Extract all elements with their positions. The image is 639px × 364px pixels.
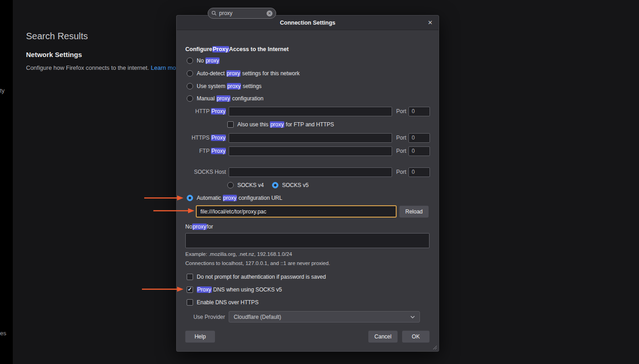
settings-search-box[interactable]: ✕ — [208, 8, 276, 19]
network-settings-title: Network Settings — [26, 51, 82, 58]
radio-icon[interactable] — [272, 182, 278, 188]
checkbox-icon[interactable] — [187, 299, 193, 306]
dns-over-https-checkbox-row[interactable]: Enable DNS over HTTPS — [187, 298, 258, 307]
search-results-title: Search Results — [26, 31, 88, 42]
checkbox-label: Also use this proxy for FTP and HTTPS — [237, 121, 334, 128]
https-port-input[interactable] — [409, 133, 430, 143]
checkbox-label: Do not prompt for authentication if pass… — [197, 274, 326, 280]
help-button[interactable]: Help — [185, 331, 215, 343]
ftp-port-input[interactable] — [409, 146, 430, 156]
radio-icon[interactable] — [187, 83, 193, 89]
radio-icon[interactable] — [187, 70, 193, 77]
port-label: Port — [396, 108, 406, 114]
search-highlight: proxy — [270, 121, 284, 128]
socks-host-input[interactable] — [229, 167, 392, 177]
use-provider-label: Use Provider — [185, 314, 225, 320]
also-use-proxy-checkbox-row[interactable]: Also use this proxy for FTP and HTTPS — [227, 120, 334, 129]
sidebar-fragment-bottom: es — [0, 330, 6, 337]
socks-port-input[interactable] — [409, 167, 430, 177]
port-label: Port — [396, 148, 406, 154]
dns-provider-value: Cloudflare (Default) — [234, 314, 281, 320]
cancel-button[interactable]: Cancel — [368, 331, 398, 343]
dialog-content: Configure Proxy Access to the Internet N… — [177, 16, 439, 351]
proxy-dns-socks5-checkbox-row[interactable]: Proxy DNS when using SOCKS v5 — [187, 285, 282, 294]
example-text: Example: .mozilla.org, .net.nz, 192.168.… — [185, 251, 292, 257]
radio-label: Manual proxy configuration — [197, 95, 263, 102]
checkbox-label: Enable DNS over HTTPS — [197, 299, 258, 306]
ftp-proxy-row: FTP Proxy Port — [185, 146, 430, 156]
proxy-autoconfig-url-input[interactable] — [196, 205, 397, 218]
http-proxy-input[interactable] — [229, 107, 392, 116]
socks-v4-label: SOCKS v4 — [237, 182, 264, 188]
socks-host-label: SOCKS Host — [185, 169, 226, 175]
search-input[interactable] — [219, 10, 264, 16]
https-proxy-input[interactable] — [229, 133, 392, 143]
dialog-heading: Configure Proxy Access to the Internet — [185, 45, 288, 54]
https-proxy-label: HTTPS Proxy — [185, 135, 226, 141]
radio-label: Use system proxy settings — [197, 83, 262, 89]
search-highlight: Proxy — [197, 286, 212, 293]
radio-icon[interactable] — [187, 195, 193, 201]
radio-label: Automatic proxy configuration URL — [197, 195, 282, 201]
no-proxy-for-textarea[interactable] — [185, 233, 429, 248]
search-highlight: proxy — [192, 224, 206, 230]
socks-host-row: SOCKS Host Port — [185, 167, 430, 177]
search-highlight: proxy — [205, 57, 220, 64]
http-proxy-label: HTTP Proxy — [185, 108, 226, 114]
http-proxy-row: HTTP Proxy Port — [185, 107, 430, 116]
radio-icon[interactable] — [227, 182, 234, 188]
connection-settings-dialog: Connection Settings ✕ Configure Proxy Ac… — [176, 15, 439, 352]
http-port-input[interactable] — [409, 107, 430, 116]
search-icon — [211, 10, 217, 16]
search-highlight: Proxy — [211, 135, 226, 141]
radio-icon[interactable] — [187, 95, 193, 102]
port-label: Port — [396, 135, 406, 141]
port-label: Port — [396, 169, 406, 175]
radio-row-automatic-proxy-url[interactable]: Automatic proxy configuration URL — [187, 193, 282, 203]
socks-v5-label: SOCKS v5 — [282, 182, 309, 188]
checkbox-label: Proxy DNS when using SOCKS v5 — [197, 286, 282, 293]
search-highlight: Proxy — [212, 46, 229, 52]
radio-row-manual-proxy[interactable]: Manual proxy configuration — [187, 94, 263, 103]
checkbox-icon[interactable] — [187, 274, 193, 280]
dns-provider-select[interactable]: Cloudflare (Default) — [229, 311, 420, 322]
reload-button[interactable]: Reload — [399, 206, 429, 218]
radio-label: Auto-detect proxy settings for this netw… — [197, 70, 299, 77]
radio-row-auto-detect[interactable]: Auto-detect proxy settings for this netw… — [187, 69, 299, 78]
chevron-down-icon — [410, 316, 415, 319]
https-proxy-row: HTTPS Proxy Port — [185, 133, 430, 142]
localhost-note-text: Connections to localhost, 127.0.0.1, and… — [185, 260, 330, 266]
no-proxy-for-label: No proxy for — [185, 222, 213, 231]
search-highlight: Proxy — [211, 108, 226, 114]
search-highlight: proxy — [216, 95, 230, 102]
checkbox-icon[interactable] — [227, 121, 234, 128]
radio-row-system-proxy[interactable]: Use system proxy settings — [187, 82, 262, 91]
search-highlight: proxy — [226, 70, 241, 77]
checkbox-icon[interactable] — [187, 286, 193, 293]
search-highlight: proxy — [223, 195, 237, 201]
description-text: Configure how Firefox connects to the in… — [26, 64, 149, 71]
sidebar-fragment-top: ty — [0, 87, 5, 94]
learn-more-link[interactable]: Learn more — [151, 64, 177, 71]
dns-provider-row: Use Provider Cloudflare (Default) — [185, 311, 420, 322]
radio-row-no-proxy[interactable]: No proxy — [187, 56, 220, 65]
resize-grip[interactable] — [432, 344, 437, 350]
search-highlight: proxy — [227, 83, 241, 89]
socks-version-row: SOCKS v4 SOCKS v5 — [227, 181, 309, 190]
radio-icon[interactable] — [187, 57, 193, 64]
network-settings-description: Configure how Firefox connects to the in… — [26, 64, 177, 71]
search-highlight: Proxy — [211, 148, 226, 154]
clear-search-icon[interactable]: ✕ — [267, 10, 272, 16]
ok-button[interactable]: OK — [402, 331, 429, 343]
no-auth-prompt-checkbox-row[interactable]: Do not prompt for authentication if pass… — [187, 272, 326, 281]
ftp-proxy-input[interactable] — [229, 146, 392, 156]
ftp-proxy-label: FTP Proxy — [185, 148, 226, 154]
radio-label: No proxy — [197, 57, 220, 64]
